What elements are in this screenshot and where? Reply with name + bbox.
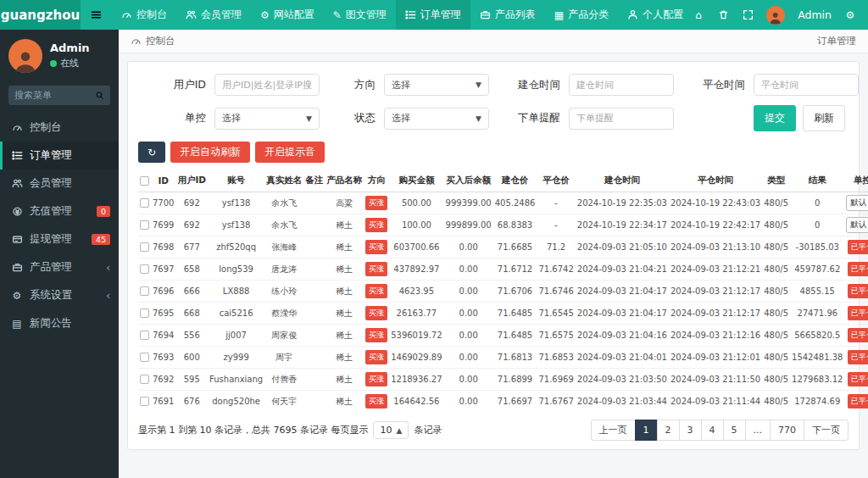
nav-item-gauge[interactable]: 控制台 xyxy=(112,0,176,30)
row-checkbox[interactable] xyxy=(140,220,149,230)
sidebar-search xyxy=(8,86,110,105)
nav-item-label: 控制台 xyxy=(136,8,167,22)
column-header: 建仓时间 xyxy=(576,170,669,192)
column-header: 产品名称 xyxy=(325,170,364,192)
navbar-avatar[interactable] xyxy=(766,6,785,25)
cell-account: zhf520qq xyxy=(208,236,264,258)
control-select[interactable]: 选择▼ xyxy=(214,108,320,130)
select-all-header[interactable] xyxy=(138,170,151,192)
breadcrumb-left[interactable]: 控制台 xyxy=(146,35,175,47)
sidebar-avatar[interactable] xyxy=(8,39,42,73)
nav-item-list[interactable]: 订单管理 xyxy=(396,0,470,30)
nav-item-pen[interactable]: ✎图文管理 xyxy=(324,0,396,30)
page-button[interactable]: 2 xyxy=(657,420,680,441)
nav-item-briefcase[interactable]: 产品列表 xyxy=(470,0,545,30)
cell-real-name: 周宇 xyxy=(264,347,303,369)
cell-checkbox xyxy=(138,192,151,214)
cell-open-time: 2024-09-03 21:04:16 xyxy=(576,325,669,347)
cell-close-time: 2024-09-03 21:12:17 xyxy=(669,303,762,325)
column-header: 类型 xyxy=(762,170,790,192)
row-checkbox[interactable] xyxy=(140,331,149,340)
nav-item-person[interactable]: 个人配置 xyxy=(618,0,693,30)
row-checkbox[interactable] xyxy=(140,397,149,406)
cell-checkbox xyxy=(138,303,151,325)
sidebar-item-label: 系统设置 xyxy=(30,288,72,303)
close-time-input[interactable] xyxy=(754,74,859,96)
cell-type: 480/5 xyxy=(762,214,790,236)
nav-item-grid[interactable]: ▦产品分类 xyxy=(545,0,618,30)
search-icon[interactable] xyxy=(95,91,104,100)
page-button[interactable]: 770 xyxy=(770,420,804,441)
reload-button[interactable]: ↻ xyxy=(138,142,165,163)
row-checkbox[interactable] xyxy=(140,308,149,318)
cell-close-time: 2024-09-03 21:12:16 xyxy=(669,325,762,347)
page-button[interactable]: 1 xyxy=(635,420,658,441)
per-page-select[interactable]: 10▲ xyxy=(373,421,409,439)
nav-item-label: 图文管理 xyxy=(346,8,387,22)
users-icon xyxy=(11,178,23,189)
cell-real-name: 余水飞 xyxy=(264,192,303,214)
cell-type: 480/5 xyxy=(762,303,790,325)
column-header: 账号 xyxy=(208,170,264,192)
cell-real-name: 唐龙涛 xyxy=(264,258,303,281)
settings-gears-icon[interactable]: ⚙ xyxy=(844,9,856,21)
row-control-select[interactable]: 默认▾ xyxy=(846,217,868,233)
nav-item-gear[interactable]: ⚙网站配置 xyxy=(251,0,324,30)
row-checkbox[interactable] xyxy=(140,242,149,252)
cell-id: 7695 xyxy=(151,303,175,325)
hamburger-icon[interactable] xyxy=(81,0,112,30)
cell-id: 7691 xyxy=(151,391,175,413)
navbar-username[interactable]: Admin xyxy=(798,8,832,21)
page-button[interactable]: 5 xyxy=(723,420,746,441)
row-checkbox[interactable] xyxy=(140,286,149,296)
next-page-button[interactable]: 下一页 xyxy=(804,420,849,441)
cell-direction: 买涨 xyxy=(364,214,389,236)
row-checkbox[interactable] xyxy=(140,264,149,274)
sidebar-item-cogs[interactable]: ⚙系统设置‹ xyxy=(0,281,119,309)
trash-icon[interactable] xyxy=(717,9,729,21)
sidebar-item-gauge[interactable]: 控制台 xyxy=(0,114,119,142)
home-icon[interactable]: ⌂ xyxy=(693,9,704,21)
page-button[interactable]: 3 xyxy=(679,420,702,441)
status-select[interactable]: 选择▼ xyxy=(384,108,489,130)
cell-open-time: 2024-09-03 21:05:10 xyxy=(576,236,669,258)
direction-select[interactable]: 选择▼ xyxy=(384,74,489,96)
select-all-checkbox[interactable] xyxy=(140,176,149,186)
sidebar-item-users[interactable]: 会员管理 xyxy=(0,170,119,197)
refresh-button[interactable]: 刷新 xyxy=(803,105,845,131)
column-header: 结果 xyxy=(790,170,844,192)
cell-note xyxy=(303,391,325,413)
orders-card: 用户ID 方向 选择▼ 建仓时间 平仓时间 单控 选择▼ 状态 选择▼ 下单提醒… xyxy=(127,61,860,450)
sidebar-item-briefcase[interactable]: 产品管理‹ xyxy=(0,253,119,281)
gear-icon: ⚙ xyxy=(260,9,270,21)
user-id-label: 用户ID xyxy=(150,78,206,92)
fullscreen-icon[interactable] xyxy=(742,9,754,21)
sound-on-button[interactable]: 开启提示音 xyxy=(255,142,325,163)
cell-note xyxy=(303,369,325,391)
sidebar-item-list[interactable]: 订单管理 xyxy=(0,142,119,170)
row-control-select[interactable]: 默认▾ xyxy=(846,195,868,211)
nav-item-users[interactable]: 会员管理 xyxy=(176,0,251,30)
row-checkbox[interactable] xyxy=(140,353,149,362)
user-id-input[interactable] xyxy=(214,74,320,96)
remind-input[interactable] xyxy=(569,108,674,130)
sidebar-item-news[interactable]: ▤新闻公告 xyxy=(0,309,119,337)
prev-page-button[interactable]: 上一页 xyxy=(591,420,636,441)
cell-product: 稀土 xyxy=(325,236,364,258)
page-button[interactable]: 4 xyxy=(701,420,724,441)
row-checkbox[interactable] xyxy=(140,375,149,384)
submit-button[interactable]: 提交 xyxy=(754,105,796,131)
sidebar-item-withdraw[interactable]: 提现管理45 xyxy=(0,225,119,253)
cell-real-name: 付善香 xyxy=(264,369,303,391)
cell-close-time: 2024-09-03 21:12:21 xyxy=(669,258,762,281)
cell-result: 4855.15 xyxy=(790,281,844,303)
auto-refresh-button[interactable]: 开启自动刷新 xyxy=(170,142,250,163)
row-checkbox[interactable] xyxy=(140,198,149,208)
brand-logo[interactable]: guangzhou xyxy=(0,0,81,30)
open-time-input[interactable] xyxy=(569,74,674,96)
order-row: 7692595Fushanxiang付善香稀土买涨1218936.270.007… xyxy=(138,369,868,391)
sidebar-item-recharge[interactable]: 充值管理0 xyxy=(0,197,119,225)
cell-open-price: 68.8383 xyxy=(493,214,537,236)
cell-account: cai5216 xyxy=(208,303,264,325)
sidebar-search-input[interactable] xyxy=(14,90,92,101)
